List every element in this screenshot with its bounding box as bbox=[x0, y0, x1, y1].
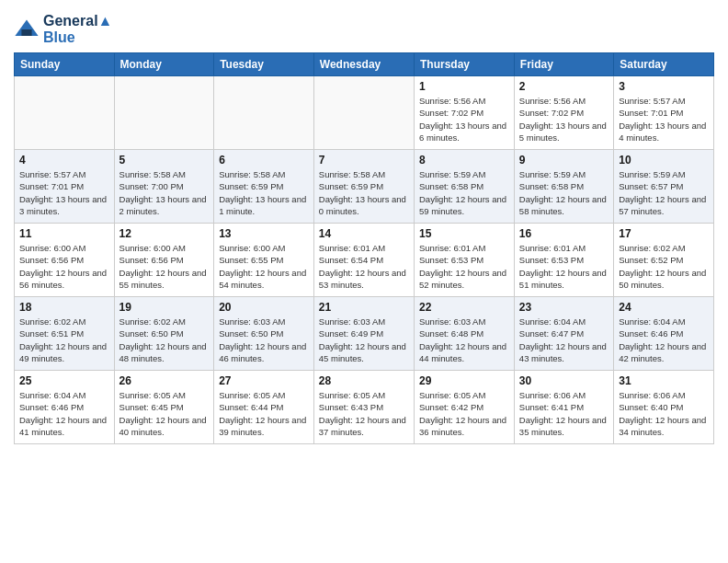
calendar-cell: 26Sunrise: 6:05 AM Sunset: 6:45 PM Dayli… bbox=[114, 371, 214, 444]
calendar-cell: 18Sunrise: 6:02 AM Sunset: 6:51 PM Dayli… bbox=[15, 297, 115, 371]
day-number: 22 bbox=[419, 301, 509, 314]
calendar-cell: 6Sunrise: 5:58 AM Sunset: 6:59 PM Daylig… bbox=[214, 150, 314, 224]
day-info: Sunrise: 6:04 AM Sunset: 6:47 PM Dayligh… bbox=[519, 316, 609, 364]
day-info: Sunrise: 6:01 AM Sunset: 6:53 PM Dayligh… bbox=[419, 242, 509, 291]
day-number: 3 bbox=[619, 80, 709, 93]
day-number: 27 bbox=[219, 374, 309, 387]
day-info: Sunrise: 5:56 AM Sunset: 7:02 PM Dayligh… bbox=[419, 95, 509, 144]
day-number: 23 bbox=[519, 301, 609, 314]
calendar-week-1: 1Sunrise: 5:56 AM Sunset: 7:02 PM Daylig… bbox=[15, 76, 714, 150]
day-info: Sunrise: 5:58 AM Sunset: 6:59 PM Dayligh… bbox=[319, 168, 409, 217]
day-info: Sunrise: 6:00 AM Sunset: 6:55 PM Dayligh… bbox=[219, 242, 309, 291]
calendar-cell: 23Sunrise: 6:04 AM Sunset: 6:47 PM Dayli… bbox=[514, 297, 613, 371]
day-info: Sunrise: 6:01 AM Sunset: 6:53 PM Dayligh… bbox=[519, 242, 609, 291]
calendar-cell: 17Sunrise: 6:02 AM Sunset: 6:52 PM Dayli… bbox=[614, 224, 714, 297]
calendar-header-row: SundayMondayTuesdayWednesdayThursdayFrid… bbox=[15, 53, 714, 76]
calendar-cell: 9Sunrise: 5:59 AM Sunset: 6:58 PM Daylig… bbox=[514, 150, 613, 224]
day-number: 26 bbox=[119, 374, 210, 387]
day-number: 5 bbox=[119, 154, 210, 167]
calendar-week-3: 11Sunrise: 6:00 AM Sunset: 6:56 PM Dayli… bbox=[15, 224, 714, 297]
logo-icon bbox=[14, 17, 40, 42]
day-info: Sunrise: 6:04 AM Sunset: 6:46 PM Dayligh… bbox=[619, 316, 709, 364]
day-number: 19 bbox=[119, 301, 210, 314]
day-number: 28 bbox=[319, 374, 409, 387]
day-info: Sunrise: 6:04 AM Sunset: 6:46 PM Dayligh… bbox=[19, 389, 109, 438]
calendar-week-5: 25Sunrise: 6:04 AM Sunset: 6:46 PM Dayli… bbox=[15, 371, 714, 444]
day-number: 1 bbox=[419, 80, 509, 93]
svg-rect-2 bbox=[21, 29, 31, 36]
calendar-cell: 13Sunrise: 6:00 AM Sunset: 6:55 PM Dayli… bbox=[214, 224, 314, 297]
day-number: 9 bbox=[519, 154, 609, 167]
day-info: Sunrise: 6:05 AM Sunset: 6:42 PM Dayligh… bbox=[419, 389, 509, 438]
calendar-cell: 15Sunrise: 6:01 AM Sunset: 6:53 PM Dayli… bbox=[415, 224, 515, 297]
calendar-header-tuesday: Tuesday bbox=[214, 53, 314, 76]
calendar-cell: 14Sunrise: 6:01 AM Sunset: 6:54 PM Dayli… bbox=[313, 224, 414, 297]
day-number: 16 bbox=[519, 227, 609, 240]
day-number: 8 bbox=[419, 154, 509, 167]
calendar-header-wednesday: Wednesday bbox=[313, 53, 414, 76]
calendar-cell: 24Sunrise: 6:04 AM Sunset: 6:46 PM Dayli… bbox=[614, 297, 714, 371]
calendar-cell: 27Sunrise: 6:05 AM Sunset: 6:44 PM Dayli… bbox=[214, 371, 314, 444]
day-number: 20 bbox=[219, 301, 309, 314]
day-info: Sunrise: 6:02 AM Sunset: 6:51 PM Dayligh… bbox=[19, 316, 109, 364]
day-info: Sunrise: 5:56 AM Sunset: 7:02 PM Dayligh… bbox=[519, 95, 609, 144]
day-info: Sunrise: 6:06 AM Sunset: 6:40 PM Dayligh… bbox=[619, 389, 709, 438]
logo-text: General▲ Blue bbox=[43, 13, 112, 45]
calendar-week-2: 4Sunrise: 5:57 AM Sunset: 7:01 PM Daylig… bbox=[15, 150, 714, 224]
calendar-week-4: 18Sunrise: 6:02 AM Sunset: 6:51 PM Dayli… bbox=[15, 297, 714, 371]
calendar-cell: 30Sunrise: 6:06 AM Sunset: 6:41 PM Dayli… bbox=[514, 371, 613, 444]
day-info: Sunrise: 6:03 AM Sunset: 6:48 PM Dayligh… bbox=[419, 316, 509, 364]
day-number: 18 bbox=[19, 301, 109, 314]
day-info: Sunrise: 6:02 AM Sunset: 6:50 PM Dayligh… bbox=[119, 316, 210, 364]
calendar-cell: 2Sunrise: 5:56 AM Sunset: 7:02 PM Daylig… bbox=[514, 76, 613, 150]
calendar-cell: 21Sunrise: 6:03 AM Sunset: 6:49 PM Dayli… bbox=[313, 297, 414, 371]
calendar-cell: 29Sunrise: 6:05 AM Sunset: 6:42 PM Dayli… bbox=[415, 371, 515, 444]
day-info: Sunrise: 6:02 AM Sunset: 6:52 PM Dayligh… bbox=[619, 242, 709, 291]
day-number: 31 bbox=[619, 374, 709, 387]
day-info: Sunrise: 6:06 AM Sunset: 6:41 PM Dayligh… bbox=[519, 389, 609, 438]
calendar-header-sunday: Sunday bbox=[15, 53, 115, 76]
calendar-cell bbox=[114, 76, 214, 150]
calendar-header-thursday: Thursday bbox=[415, 53, 515, 76]
calendar-cell: 28Sunrise: 6:05 AM Sunset: 6:43 PM Dayli… bbox=[313, 371, 414, 444]
calendar-cell: 25Sunrise: 6:04 AM Sunset: 6:46 PM Dayli… bbox=[15, 371, 115, 444]
calendar-table: SundayMondayTuesdayWednesdayThursdayFrid… bbox=[14, 52, 714, 444]
calendar-cell: 4Sunrise: 5:57 AM Sunset: 7:01 PM Daylig… bbox=[15, 150, 115, 224]
calendar-cell: 19Sunrise: 6:02 AM Sunset: 6:50 PM Dayli… bbox=[114, 297, 214, 371]
day-number: 15 bbox=[419, 227, 509, 240]
calendar-cell: 11Sunrise: 6:00 AM Sunset: 6:56 PM Dayli… bbox=[15, 224, 115, 297]
day-number: 11 bbox=[19, 227, 109, 240]
day-info: Sunrise: 6:05 AM Sunset: 6:44 PM Dayligh… bbox=[219, 389, 309, 438]
day-info: Sunrise: 5:57 AM Sunset: 7:01 PM Dayligh… bbox=[19, 168, 109, 217]
day-number: 30 bbox=[519, 374, 609, 387]
day-info: Sunrise: 6:00 AM Sunset: 6:56 PM Dayligh… bbox=[119, 242, 210, 291]
calendar-header-saturday: Saturday bbox=[614, 53, 714, 76]
day-number: 4 bbox=[19, 154, 109, 167]
calendar-header-friday: Friday bbox=[514, 53, 613, 76]
day-number: 10 bbox=[619, 154, 709, 167]
calendar-cell: 8Sunrise: 5:59 AM Sunset: 6:58 PM Daylig… bbox=[415, 150, 515, 224]
calendar-cell: 10Sunrise: 5:59 AM Sunset: 6:57 PM Dayli… bbox=[614, 150, 714, 224]
calendar-cell: 31Sunrise: 6:06 AM Sunset: 6:40 PM Dayli… bbox=[614, 371, 714, 444]
day-number: 7 bbox=[319, 154, 409, 167]
calendar-cell: 5Sunrise: 5:58 AM Sunset: 7:00 PM Daylig… bbox=[114, 150, 214, 224]
calendar-cell: 3Sunrise: 5:57 AM Sunset: 7:01 PM Daylig… bbox=[614, 76, 714, 150]
calendar-cell bbox=[214, 76, 314, 150]
calendar-cell: 20Sunrise: 6:03 AM Sunset: 6:50 PM Dayli… bbox=[214, 297, 314, 371]
day-number: 6 bbox=[219, 154, 309, 167]
day-info: Sunrise: 5:58 AM Sunset: 7:00 PM Dayligh… bbox=[119, 168, 210, 217]
day-info: Sunrise: 6:05 AM Sunset: 6:45 PM Dayligh… bbox=[119, 389, 210, 438]
calendar-cell: 12Sunrise: 6:00 AM Sunset: 6:56 PM Dayli… bbox=[114, 224, 214, 297]
day-info: Sunrise: 6:03 AM Sunset: 6:50 PM Dayligh… bbox=[219, 316, 309, 364]
day-number: 13 bbox=[219, 227, 309, 240]
header: General▲ Blue bbox=[14, 9, 714, 45]
page: General▲ Blue SundayMondayTuesdayWednesd… bbox=[0, 0, 728, 563]
day-number: 25 bbox=[19, 374, 109, 387]
day-number: 24 bbox=[619, 301, 709, 314]
calendar-header-monday: Monday bbox=[114, 53, 214, 76]
calendar-cell: 1Sunrise: 5:56 AM Sunset: 7:02 PM Daylig… bbox=[415, 76, 515, 150]
day-number: 21 bbox=[319, 301, 409, 314]
day-info: Sunrise: 6:01 AM Sunset: 6:54 PM Dayligh… bbox=[319, 242, 409, 291]
calendar-cell: 16Sunrise: 6:01 AM Sunset: 6:53 PM Dayli… bbox=[514, 224, 613, 297]
calendar-cell bbox=[313, 76, 414, 150]
